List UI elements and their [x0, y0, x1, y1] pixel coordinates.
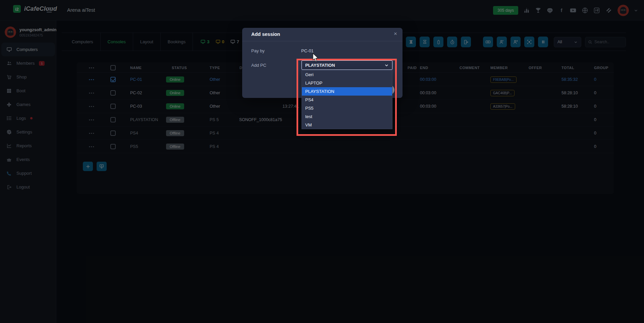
pay-by-value: PC-01	[301, 48, 314, 53]
dropdown-option[interactable]: PS4	[302, 96, 392, 104]
dropdown-option-selected[interactable]: PLAYSTATION	[302, 87, 392, 96]
close-icon[interactable]: ×	[394, 31, 397, 37]
add-pc-dropdown: Geri LAPTOP PLAYSTATION PS4 PS5 test VM	[302, 70, 392, 129]
dropdown-option[interactable]: Geri	[302, 70, 392, 79]
add-pc-label: Add PC	[251, 63, 266, 68]
modal-title: Add session	[251, 32, 280, 37]
add-pc-select[interactable]: PLAYSTATION	[302, 60, 392, 70]
dropdown-option[interactable]: test	[302, 112, 392, 121]
pay-by-label: Pay by	[251, 48, 265, 53]
dropdown-option[interactable]: PS5	[302, 104, 392, 112]
dropdown-option[interactable]: LAPTOP	[302, 79, 392, 87]
selected-option: PLAYSTATION	[305, 63, 335, 68]
modal-header: Add session ×	[242, 28, 402, 41]
chevron-down-icon	[384, 63, 389, 67]
dropdown-option[interactable]: VM	[302, 121, 392, 129]
